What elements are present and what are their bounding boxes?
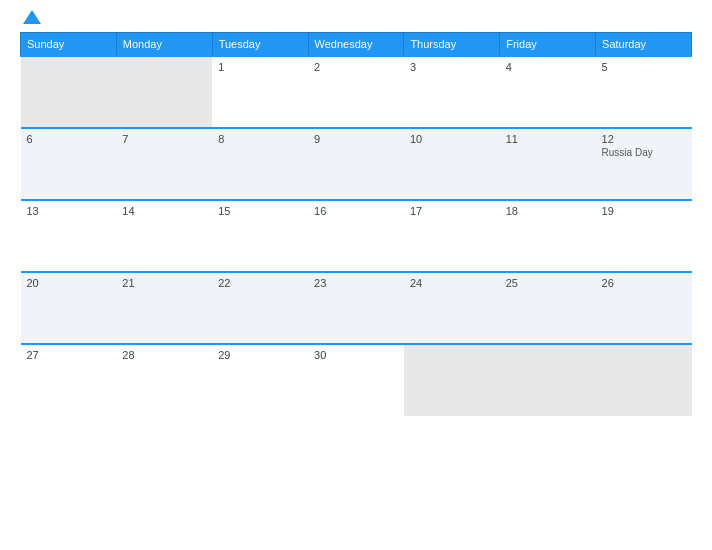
- day-number: 12: [602, 133, 686, 145]
- day-number: 10: [410, 133, 494, 145]
- day-number: 4: [506, 61, 590, 73]
- calendar-day-cell: 6: [21, 128, 117, 200]
- day-number: 15: [218, 205, 302, 217]
- day-number: 11: [506, 133, 590, 145]
- day-header-sunday: Sunday: [21, 33, 117, 57]
- day-header-tuesday: Tuesday: [212, 33, 308, 57]
- calendar-day-cell: 27: [21, 344, 117, 416]
- calendar-day-cell: 15: [212, 200, 308, 272]
- day-number: 27: [27, 349, 111, 361]
- day-number: 3: [410, 61, 494, 73]
- day-number: 1: [218, 61, 302, 73]
- calendar-day-cell: 3: [404, 56, 500, 128]
- day-number: 22: [218, 277, 302, 289]
- calendar-day-cell: 21: [116, 272, 212, 344]
- calendar-header: SundayMondayTuesdayWednesdayThursdayFrid…: [21, 33, 692, 57]
- calendar-day-cell: 25: [500, 272, 596, 344]
- calendar-day-cell: 19: [596, 200, 692, 272]
- day-number: 20: [27, 277, 111, 289]
- day-number: 17: [410, 205, 494, 217]
- calendar-day-cell: [500, 344, 596, 416]
- day-number: 14: [122, 205, 206, 217]
- calendar-table: SundayMondayTuesdayWednesdayThursdayFrid…: [20, 32, 692, 416]
- calendar-day-cell: [116, 56, 212, 128]
- calendar-day-cell: 20: [21, 272, 117, 344]
- day-number: 24: [410, 277, 494, 289]
- day-number: 16: [314, 205, 398, 217]
- calendar-day-cell: 7: [116, 128, 212, 200]
- day-number: 25: [506, 277, 590, 289]
- calendar-day-cell: 24: [404, 272, 500, 344]
- day-number: 26: [602, 277, 686, 289]
- logo: [20, 10, 41, 24]
- day-number: 29: [218, 349, 302, 361]
- calendar-day-cell: 14: [116, 200, 212, 272]
- day-number: 18: [506, 205, 590, 217]
- days-of-week-row: SundayMondayTuesdayWednesdayThursdayFrid…: [21, 33, 692, 57]
- day-number: 8: [218, 133, 302, 145]
- calendar-week-row: 12345: [21, 56, 692, 128]
- calendar-week-row: 13141516171819: [21, 200, 692, 272]
- calendar-day-cell: 12Russia Day: [596, 128, 692, 200]
- day-number: 19: [602, 205, 686, 217]
- page-header: [20, 10, 692, 24]
- calendar-day-cell: 18: [500, 200, 596, 272]
- calendar-day-cell: 26: [596, 272, 692, 344]
- calendar-day-cell: 8: [212, 128, 308, 200]
- calendar-day-cell: 10: [404, 128, 500, 200]
- day-number: 2: [314, 61, 398, 73]
- holiday-name: Russia Day: [602, 147, 686, 158]
- calendar-day-cell: 1: [212, 56, 308, 128]
- calendar-day-cell: 5: [596, 56, 692, 128]
- calendar-day-cell: 9: [308, 128, 404, 200]
- calendar-day-cell: 17: [404, 200, 500, 272]
- day-number: 13: [27, 205, 111, 217]
- logo-triangle-icon: [23, 10, 41, 24]
- day-header-wednesday: Wednesday: [308, 33, 404, 57]
- day-number: 7: [122, 133, 206, 145]
- calendar-day-cell: 29: [212, 344, 308, 416]
- day-number: 6: [27, 133, 111, 145]
- calendar-day-cell: 13: [21, 200, 117, 272]
- calendar-week-row: 27282930: [21, 344, 692, 416]
- calendar-day-cell: [21, 56, 117, 128]
- calendar-day-cell: 16: [308, 200, 404, 272]
- calendar-day-cell: 23: [308, 272, 404, 344]
- day-number: 21: [122, 277, 206, 289]
- calendar-week-row: 6789101112Russia Day: [21, 128, 692, 200]
- calendar-day-cell: [404, 344, 500, 416]
- calendar-week-row: 20212223242526: [21, 272, 692, 344]
- calendar-body: 123456789101112Russia Day131415161718192…: [21, 56, 692, 416]
- day-header-thursday: Thursday: [404, 33, 500, 57]
- day-number: 9: [314, 133, 398, 145]
- day-header-saturday: Saturday: [596, 33, 692, 57]
- calendar-day-cell: 2: [308, 56, 404, 128]
- day-number: 5: [602, 61, 686, 73]
- day-header-friday: Friday: [500, 33, 596, 57]
- day-number: 23: [314, 277, 398, 289]
- calendar-day-cell: 30: [308, 344, 404, 416]
- day-header-monday: Monday: [116, 33, 212, 57]
- calendar-day-cell: 28: [116, 344, 212, 416]
- calendar-day-cell: 11: [500, 128, 596, 200]
- day-number: 28: [122, 349, 206, 361]
- calendar-day-cell: [596, 344, 692, 416]
- calendar-day-cell: 4: [500, 56, 596, 128]
- day-number: 30: [314, 349, 398, 361]
- calendar-day-cell: 22: [212, 272, 308, 344]
